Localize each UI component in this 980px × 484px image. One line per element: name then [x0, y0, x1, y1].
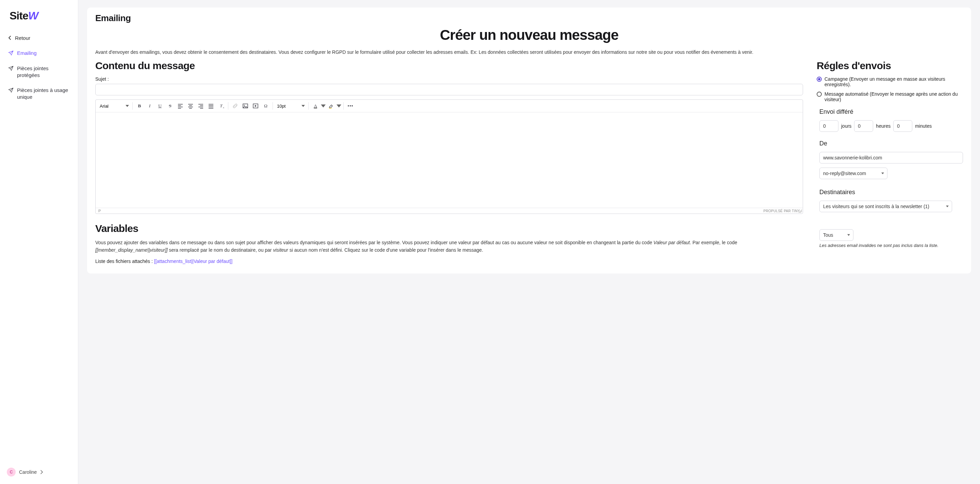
font-family-select[interactable]: Arial	[98, 102, 130, 110]
chevron-left-icon	[8, 35, 11, 40]
clear-format-button[interactable]: T×	[216, 101, 226, 111]
column-right: Régles d'envois Campagne (Envoyer un mes…	[817, 59, 963, 264]
nav-item-label: Emailing	[17, 50, 37, 56]
nav-item-emailing[interactable]: Emailing	[4, 47, 74, 60]
editor-credit: PROPULSÉ PAR TINY	[763, 209, 800, 213]
column-left: Contenu du message Sujet : Arial B I U	[95, 59, 803, 264]
underline-button[interactable]: U	[155, 101, 165, 111]
radio-label: Campagne (Envoyer un message en masse au…	[824, 76, 963, 87]
strikethrough-button[interactable]: S	[165, 101, 175, 111]
intro-text: Avant d'envoyer des emailings, vous deve…	[95, 49, 963, 56]
media-button[interactable]	[251, 101, 260, 111]
link-button[interactable]	[231, 101, 240, 111]
attachments-variable-link[interactable]: [[attachments_list||Valeur par défaut]]	[154, 259, 232, 264]
rules-heading: Régles d'envois	[817, 60, 963, 72]
align-center-button[interactable]	[186, 101, 195, 111]
radio-icon	[817, 92, 822, 97]
bold-button[interactable]: B	[135, 101, 144, 111]
text-color-button[interactable]: A	[311, 101, 320, 111]
delay-hours-label: heures	[876, 123, 891, 129]
nav-back[interactable]: Retour	[4, 32, 74, 45]
delay-days-label: jours	[841, 123, 851, 129]
delay-days-input[interactable]	[819, 120, 838, 132]
toolbar-divider	[308, 102, 309, 110]
editor-toolbar: Arial B I U S	[95, 100, 803, 112]
editor-path: P	[98, 209, 101, 213]
nav-item-label: Pièces jointes protégées	[17, 65, 70, 79]
text-color-dropdown[interactable]	[321, 101, 326, 111]
toolbar-divider	[228, 102, 228, 110]
variables-heading: Variables	[95, 223, 803, 234]
recipients-select[interactable]: Les visiteurs qui se sont inscrits à la …	[819, 201, 952, 212]
nav-back-label: Retour	[15, 35, 30, 42]
invalid-emails-note: Les adresses email invalides ne sont pas…	[819, 243, 963, 248]
content-card: Emailing Créer un nouveau message Avant …	[87, 8, 971, 273]
avatar: C	[7, 468, 16, 476]
toolbar-divider	[272, 102, 273, 110]
editor-body[interactable]	[95, 112, 803, 208]
toolbar-divider	[132, 102, 133, 110]
more-button[interactable]: •••	[346, 101, 355, 111]
image-button[interactable]	[240, 101, 250, 111]
subject-input[interactable]	[95, 84, 803, 95]
paper-plane-icon	[8, 50, 14, 56]
nav-item-label: Pièces jointes à usage unique	[17, 87, 70, 101]
toolbar-divider	[343, 102, 344, 110]
main: Emailing Créer un nouveau message Avant …	[78, 0, 980, 484]
radio-automated[interactable]: Message automatisé (Envoyer le message a…	[817, 91, 963, 102]
breadcrumb: Emailing	[95, 13, 963, 24]
nav-item-single-use-attachments[interactable]: Pièces jointes à usage unique	[4, 84, 74, 104]
resize-handle[interactable]	[799, 209, 802, 213]
editor-footer: P PROPULSÉ PAR TINY	[95, 208, 803, 214]
logo-text-1: Site	[10, 10, 28, 22]
attachments-label: Liste des fichiers attachés :	[95, 259, 154, 264]
delay-minutes-input[interactable]	[893, 120, 912, 132]
user-name: Caroline	[19, 470, 37, 475]
font-size-select[interactable]: 10pt	[275, 102, 306, 110]
nav-item-protected-attachments[interactable]: Pièces jointes protégées	[4, 62, 74, 82]
from-name-input[interactable]	[819, 152, 963, 163]
svg-rect-3	[329, 108, 332, 109]
from-heading: De	[819, 140, 963, 147]
subject-label: Sujet :	[95, 76, 803, 82]
logo-text-2: W	[28, 10, 38, 22]
nav: Retour Emailing Pièces jointes protégées…	[0, 32, 78, 464]
delay-hours-input[interactable]	[854, 120, 873, 132]
recipients-heading: Destinataires	[819, 189, 963, 196]
highlight-dropdown[interactable]	[337, 101, 341, 111]
radio-label: Message automatisé (Envoyer le message a…	[824, 91, 963, 102]
delay-minutes-label: minutes	[915, 123, 932, 129]
svg-point-1	[244, 105, 245, 106]
paper-plane-icon	[8, 66, 14, 71]
attachments-variable-row: Liste des fichiers attachés : [[attachme…	[95, 259, 803, 264]
logo: SiteW	[0, 6, 78, 32]
chevron-right-icon	[40, 470, 43, 474]
radio-icon	[817, 77, 822, 82]
sidebar: SiteW Retour Emailing Pièces jointes pro…	[0, 0, 78, 484]
paper-plane-icon	[8, 88, 14, 93]
highlight-button[interactable]	[326, 101, 336, 111]
content-heading: Contenu du message	[95, 60, 803, 72]
delay-row: jours heures minutes	[819, 120, 963, 132]
italic-button[interactable]: I	[145, 101, 154, 111]
user-menu[interactable]: C Caroline	[0, 464, 78, 480]
filter-select[interactable]: Tous	[819, 229, 853, 241]
align-left-button[interactable]	[176, 101, 185, 111]
page-title: Créer un nouveau message	[95, 27, 963, 43]
align-right-button[interactable]	[196, 101, 205, 111]
rich-text-editor: Arial B I U S	[95, 99, 803, 214]
variables-description: Vous pouvez ajouter des variables dans c…	[95, 239, 803, 254]
delay-heading: Envoi différé	[819, 108, 963, 115]
from-email-select[interactable]: no-reply@sitew.com	[819, 168, 888, 179]
radio-campaign[interactable]: Campagne (Envoyer un message en masse au…	[817, 76, 963, 87]
special-char-button[interactable]: Ω	[261, 101, 270, 111]
align-justify-button[interactable]	[206, 101, 216, 111]
